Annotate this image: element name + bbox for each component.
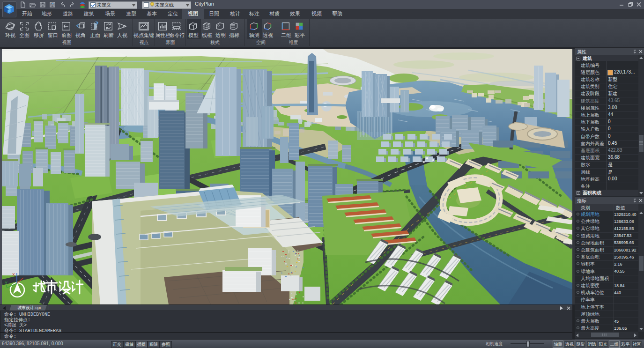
svg-text:X: X: [12, 272, 15, 277]
svg-text:Y: Y: [5, 281, 7, 285]
